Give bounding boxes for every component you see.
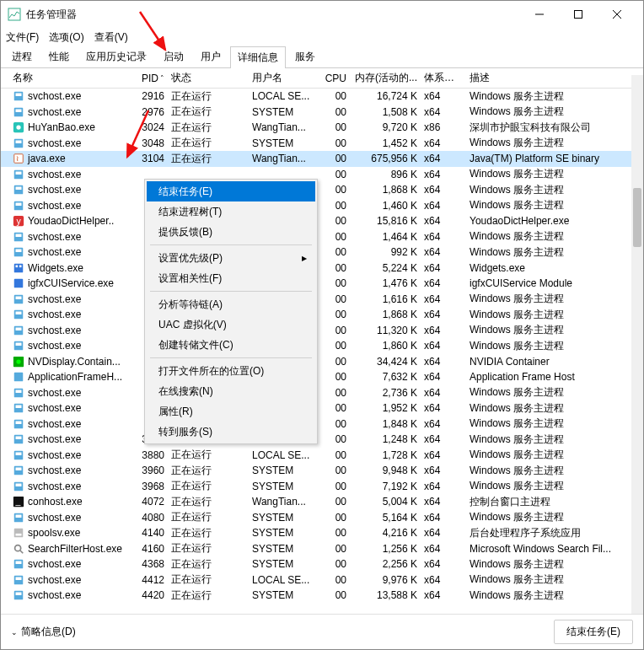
menu-item[interactable]: 结束任务(E) (147, 181, 315, 201)
tab-进程[interactable]: 进程 (4, 46, 40, 67)
process-row[interactable]: svchost.exe001,868 Kx64Windows 服务主进程 (1, 182, 643, 198)
process-name: Widgets.exe (28, 262, 83, 274)
menu-item[interactable]: 分析等待链(A) (147, 294, 315, 314)
menu-item[interactable]: 在线搜索(N) (147, 381, 315, 401)
menu-item[interactable]: UAC 虚拟化(V) (147, 314, 315, 335)
menu-item[interactable]: 创建转储文件(C) (147, 335, 315, 355)
process-row[interactable]: yYoudaoDictHelper..0015,816 Kx64YoudaoDi… (1, 213, 643, 229)
menu-item[interactable]: 文件(F) (6, 30, 39, 45)
process-row[interactable]: svchost.exe3960正在运行SYSTEM009,948 Kx64Win… (1, 463, 643, 479)
process-user: SYSTEM (249, 512, 321, 524)
process-row[interactable]: svchost.exe001,460 Kx64Windows 服务主进程 (1, 198, 643, 214)
process-row[interactable]: svchost.exe001,868 Kx64Windows 服务主进程 (1, 307, 643, 323)
titlebar[interactable]: 任务管理器 (1, 1, 643, 28)
process-row[interactable]: svchost.exe002,736 Kx64Windows 服务主进程 (1, 385, 643, 401)
process-row[interactable]: svchost.exe001,952 Kx64Windows 服务主进程 (1, 400, 643, 416)
process-row[interactable]: svchost.exe4412正在运行LOCAL SE...009,976 Kx… (1, 572, 643, 588)
process-cpu: 00 (321, 512, 350, 524)
process-desc: Windows 服务主进程 (466, 401, 643, 416)
process-desc: Windows 服务主进程 (466, 229, 643, 244)
process-row[interactable]: SearchFilterHost.exe4160正在运行SYSTEM001,25… (1, 541, 643, 557)
tab-性能[interactable]: 性能 (41, 46, 77, 67)
process-row[interactable]: svchost.exe3740正在运行LOCAL SE...001,248 Kx… (1, 432, 643, 448)
process-status: 正在运行 (168, 121, 249, 135)
menu-item[interactable]: 属性(R) (147, 401, 315, 422)
menu-item[interactable]: 提供反馈(B) (147, 222, 315, 242)
process-user: SYSTEM (249, 589, 321, 601)
maximize-button[interactable] (559, 1, 598, 28)
process-name: java.exe (28, 153, 66, 164)
process-pid: 4140 (127, 527, 168, 539)
process-row[interactable]: svchost.exe0011,320 Kx64Windows 服务主进程 (1, 323, 643, 339)
process-icon (13, 137, 24, 149)
tab-应用历史记录[interactable]: 应用历史记录 (78, 46, 154, 67)
process-row[interactable]: svchost.exe001,616 Kx64Windows 服务主进程 (1, 292, 643, 308)
process-row[interactable]: NVDisplay.Contain...0034,424 Kx64NVIDIA … (1, 354, 643, 370)
process-status: 正在运行 (168, 136, 249, 150)
process-row[interactable]: java.exe3104正在运行WangTian...00675,956 Kx6… (1, 151, 643, 167)
process-arch: x64 (421, 496, 466, 508)
process-row[interactable]: svchost.exe00896 Kx64Windows 服务主进程 (1, 167, 643, 183)
menu-item[interactable]: 设置相关性(F) (147, 268, 315, 288)
menu-item[interactable]: 结束进程树(T) (147, 201, 315, 222)
process-status: 正在运行 (168, 464, 249, 478)
menu-item[interactable]: 打开文件所在的位置(O) (147, 361, 315, 381)
menu-item[interactable]: 选项(O) (49, 30, 83, 45)
process-cpu: 00 (321, 543, 350, 555)
process-row[interactable]: svchost.exe4080正在运行SYSTEM005,164 Kx64Win… (1, 510, 643, 526)
close-button[interactable] (598, 1, 636, 28)
process-desc: Windows 服务主进程 (466, 448, 643, 462)
header-pid[interactable]: PID˄ (127, 73, 168, 84)
header-user[interactable]: 用户名 (249, 71, 321, 85)
header-arch[interactable]: 体系结构 (421, 71, 466, 85)
process-row[interactable]: svchost.exe3968正在运行SYSTEM007,192 Kx64Win… (1, 479, 643, 495)
process-row[interactable]: svchost.exe3880正在运行LOCAL SE...001,728 Kx… (1, 448, 643, 464)
process-cpu: 00 (321, 527, 350, 539)
process-arch: x64 (421, 325, 466, 336)
process-cpu: 00 (321, 309, 350, 320)
header-cpu[interactable]: CPU (321, 73, 350, 84)
process-desc: Windows 服务主进程 (466, 479, 643, 493)
process-mem: 34,424 K (350, 356, 421, 368)
tab-启动[interactable]: 启动 (156, 46, 191, 67)
minimize-button[interactable] (520, 1, 559, 28)
menu-item[interactable]: 转到服务(S) (147, 422, 315, 442)
header-memory[interactable]: 内存(活动的... (350, 71, 421, 85)
process-row[interactable]: ApplicationFrameH...007,632 Kx64Applicat… (1, 369, 643, 385)
header-status[interactable]: 状态 (168, 71, 249, 85)
process-row[interactable]: svchost.exe4420正在运行SYSTEM0013,588 Kx64Wi… (1, 588, 643, 604)
process-arch: x64 (421, 574, 466, 586)
header-name[interactable]: 名称 (9, 71, 127, 85)
process-row[interactable]: svchost.exe001,464 Kx64Windows 服务主进程 (1, 229, 643, 245)
end-task-button[interactable]: 结束任务(E) (554, 620, 633, 644)
process-row[interactable]: spoolsv.exe4140正在运行SYSTEM004,216 Kx64后台处… (1, 525, 643, 541)
svg-rect-60 (16, 534, 22, 536)
scrollbar-thumb[interactable] (633, 188, 641, 247)
process-row[interactable]: svchost.exe2976正在运行SYSTEM001,508 Kx64Win… (1, 105, 643, 121)
process-row[interactable]: svchost.exe00992 Kx64Windows 服务主进程 (1, 244, 643, 261)
header-desc[interactable]: 描述 (466, 71, 643, 85)
process-name: NVDisplay.Contain... (28, 356, 121, 368)
process-row[interactable]: svchost.exe2916正在运行LOCAL SE...0016,724 K… (1, 89, 643, 105)
process-icon (13, 449, 24, 461)
process-row[interactable]: _conhost.exe4072正在运行WangTian...005,004 K… (1, 494, 643, 510)
menu-item[interactable]: 设置优先级(P) (147, 248, 315, 268)
process-row[interactable]: svchost.exe001,848 Kx64Windows 服务主进程 (1, 416, 643, 432)
process-name: svchost.exe (28, 340, 81, 352)
scrollbar[interactable] (631, 75, 643, 614)
process-row[interactable]: svchost.exe3048正在运行SYSTEM001,452 Kx64Win… (1, 136, 643, 152)
tab-详细信息[interactable]: 详细信息 (230, 46, 286, 68)
process-desc: Windows 服务主进程 (466, 323, 643, 337)
tab-用户[interactable]: 用户 (193, 46, 228, 67)
process-arch: x64 (421, 169, 466, 180)
tab-服务[interactable]: 服务 (287, 46, 323, 67)
process-row[interactable]: HuYanBao.exe3024正在运行WangTian...009,720 K… (1, 120, 643, 136)
process-row[interactable]: svchost.exe001,860 Kx64Windows 服务主进程 (1, 338, 643, 354)
process-row[interactable]: igfxCUIService.exe001,476 Kx64igfxCUISer… (1, 276, 643, 292)
process-icon (13, 402, 24, 414)
process-row[interactable]: svchost.exe4368正在运行SYSTEM002,256 Kx64Win… (1, 556, 643, 572)
fewer-details-button[interactable]: ⌄ 简略信息(D) (11, 625, 76, 639)
menu-item[interactable]: 查看(V) (94, 30, 128, 45)
svg-rect-8 (16, 109, 22, 112)
process-row[interactable]: Widgets.exe005,224 Kx64Widgets.exe (1, 261, 643, 277)
